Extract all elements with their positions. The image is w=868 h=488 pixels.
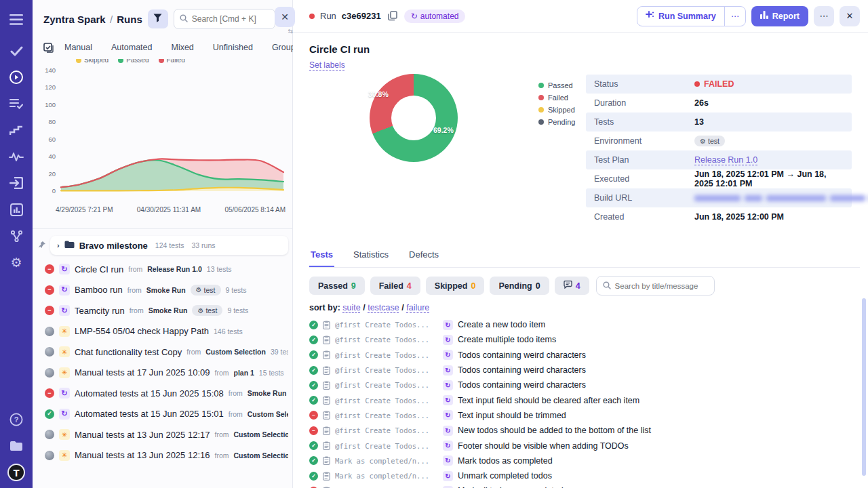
run-summary-button[interactable]: Run Summary bbox=[637, 7, 724, 26]
steps-icon[interactable] bbox=[0, 119, 33, 142]
set-labels-link[interactable]: Set labels bbox=[309, 60, 345, 70]
analytics-icon[interactable] bbox=[0, 198, 33, 221]
comment-icon bbox=[564, 281, 572, 291]
test-search-input[interactable] bbox=[615, 282, 710, 290]
test-row[interactable]: ✓ @first Create Todos... ↻ Create a new … bbox=[309, 317, 860, 332]
test-suite-name: Mark as completed/n... bbox=[335, 457, 438, 465]
test-suite-name: @first Create Todos... bbox=[335, 411, 438, 420]
run-row-lmp-554[interactable]: ✳ LMP-554 05/04 check Happy Path 146 tes… bbox=[38, 321, 288, 342]
build-url-redacted[interactable] bbox=[694, 195, 868, 201]
test-row[interactable]: ✓ @first Create Todos... ↻ Todos contain… bbox=[309, 348, 860, 363]
test-title: Footer should be visible when adding TOD… bbox=[458, 441, 629, 451]
failed-dot bbox=[538, 95, 544, 100]
test-row[interactable]: ✓ @first Create Todos... ↻ Todos contain… bbox=[309, 378, 860, 392]
tab-tests[interactable]: Tests bbox=[309, 245, 334, 267]
chevron-right-icon[interactable]: › bbox=[57, 241, 60, 249]
test-row[interactable]: ✓ @first Create Todos... ↻ Footer should… bbox=[309, 438, 860, 453]
sort-by-suite-link[interactable]: suite bbox=[342, 303, 360, 312]
select-all-icon[interactable] bbox=[43, 43, 54, 53]
sort-by-failure-link[interactable]: failure bbox=[406, 303, 429, 312]
tests-check-icon[interactable] bbox=[0, 39, 33, 62]
run-summary-split-button: Run Summary ⋯ bbox=[637, 6, 746, 26]
manual-icon: ✳ bbox=[59, 367, 70, 378]
run-row-manual-13-jun-1217[interactable]: ✳ Manual tests at 13 Jun 2025 12:17 from… bbox=[38, 424, 288, 445]
test-plans-icon[interactable] bbox=[0, 92, 33, 115]
test-row[interactable]: ✓ @first Create Todos... ↻ Create multip… bbox=[309, 332, 860, 347]
test-row[interactable]: ✓ @first Create Todos... ↻ Todos contain… bbox=[309, 363, 860, 378]
runs-search[interactable] bbox=[174, 9, 275, 29]
run-row-automated-15-01[interactable]: ✓ ↻ Automated tests at 15 Jun 2025 15:01… bbox=[38, 404, 288, 425]
tab-statistics[interactable]: Statistics bbox=[352, 245, 390, 267]
filter-pending-button[interactable]: Pending0 bbox=[490, 277, 549, 295]
import-icon[interactable] bbox=[0, 171, 33, 195]
test-row[interactable]: − @first Create Todos... ↻ Text input sh… bbox=[309, 408, 860, 423]
test-row[interactable]: − @first Create Todos... ↻ New todos sho… bbox=[309, 423, 860, 438]
filter-failed-button[interactable]: Failed4 bbox=[370, 277, 420, 295]
automated-icon: ↻ bbox=[59, 409, 70, 420]
report-button[interactable]: Report bbox=[751, 6, 808, 26]
filter-comments-button[interactable]: 4 bbox=[555, 277, 589, 295]
svg-text:20: 20 bbox=[48, 170, 56, 178]
runs-play-icon[interactable] bbox=[0, 66, 33, 89]
copy-run-id-button[interactable] bbox=[387, 9, 399, 22]
test-row[interactable]: ✓ @first Create Todos... ↻ Text input fi… bbox=[309, 392, 860, 407]
test-status-icon: ✓ bbox=[309, 396, 318, 405]
test-row[interactable]: ✓ Mark as completed/n... ↻ Mark todos as… bbox=[309, 453, 860, 468]
test-search[interactable] bbox=[596, 276, 715, 296]
neutral-status-icon bbox=[45, 327, 54, 336]
test-status-icon: ✓ bbox=[309, 336, 318, 344]
project-name[interactable]: Zyntra Spark bbox=[43, 14, 106, 25]
automated-icon: ↻ bbox=[443, 426, 453, 436]
filter-skipped-button[interactable]: Skipped0 bbox=[426, 277, 485, 295]
test-row[interactable]: − Mark as completed/n... ↻ Mark all todo… bbox=[309, 483, 860, 488]
filter-passed-button[interactable]: Passed9 bbox=[309, 277, 365, 295]
tab-unfinished[interactable]: Unfinished bbox=[203, 40, 262, 55]
pulse-activity-icon[interactable] bbox=[0, 145, 33, 168]
run-row-automated-15-08[interactable]: − ↻ Automated tests at 15 Jun 2025 15:08… bbox=[38, 383, 288, 404]
main-sidebar: ⚙ ? T bbox=[0, 0, 33, 488]
panel-close-button[interactable]: ✕ bbox=[275, 7, 295, 27]
pin-icon[interactable] bbox=[38, 239, 46, 251]
hamburger-menu-icon[interactable] bbox=[0, 8, 33, 31]
run-summary-more-button[interactable]: ⋯ bbox=[724, 7, 745, 26]
search-icon bbox=[603, 280, 611, 292]
settings-gear-icon[interactable]: ⚙ bbox=[0, 251, 33, 274]
panel-resize-icon[interactable]: ⇆ bbox=[288, 28, 292, 35]
svg-text:40: 40 bbox=[48, 152, 56, 160]
test-row[interactable]: ✓ Mark as completed/n... ↻ Unmark comple… bbox=[309, 468, 860, 483]
runs-search-input[interactable] bbox=[192, 14, 267, 24]
help-icon[interactable]: ? bbox=[0, 408, 33, 431]
test-suite-name: @first Create Todos... bbox=[335, 442, 438, 450]
more-actions-button[interactable]: ⋯ bbox=[814, 6, 834, 26]
run-row-teamcity[interactable]: − ↻ Teamcity run from Smoke Run ⚙test 9 … bbox=[38, 300, 288, 321]
sort-by-testcase-link[interactable]: testcase bbox=[368, 303, 399, 312]
test-title: Create a new todo item bbox=[458, 320, 545, 329]
tab-manual[interactable]: Manual bbox=[55, 40, 102, 55]
run-row-chat-functionality[interactable]: ✳ Chat functionality test Copy from Cust… bbox=[38, 342, 288, 363]
projects-folder-icon[interactable] bbox=[0, 434, 33, 458]
info-row-build-url: Build URL bbox=[586, 188, 852, 207]
run-row-bamboo[interactable]: − ↻ Bamboo run from Smoke Run ⚙test 9 te… bbox=[38, 280, 288, 301]
app-logo[interactable]: T bbox=[0, 461, 33, 484]
failed-pct-label: 30.8% bbox=[368, 90, 389, 98]
chart-x-axis-labels: 4/29/2025 7:21 PM 04/30/2025 11:31 AM 05… bbox=[38, 205, 288, 214]
automated-icon: ↻ bbox=[59, 305, 70, 316]
run-row-manual-17-jun[interactable]: ✳ Manual tests at 17 Jun 2025 10:09 from… bbox=[38, 363, 288, 384]
chart-legend: Skipped Passed Failed bbox=[76, 59, 288, 65]
branches-icon[interactable] bbox=[0, 224, 33, 247]
breadcrumb[interactable]: Zyntra Spark / Runs bbox=[43, 14, 142, 25]
scrollbar-thumb[interactable] bbox=[862, 298, 866, 476]
manual-icon: ✳ bbox=[59, 450, 70, 461]
test-plan-link[interactable]: Release Run 1.0 bbox=[694, 155, 757, 165]
run-row-circle-ci[interactable]: − ↻ Circle CI run from Release Run 1.0 1… bbox=[38, 259, 288, 280]
folder-bravo-milestone[interactable]: › Bravo milestone 124 tests 33 runs bbox=[50, 236, 288, 255]
filter-funnel-button[interactable] bbox=[148, 9, 168, 28]
automated-icon: ↻ bbox=[443, 350, 453, 360]
tab-mixed[interactable]: Mixed bbox=[161, 40, 203, 55]
close-detail-button[interactable]: ✕ bbox=[840, 6, 860, 26]
tab-defects[interactable]: Defects bbox=[408, 245, 440, 267]
clipboard-icon bbox=[323, 426, 330, 435]
run-row-manual-13-jun-1216[interactable]: ✳ Manual tests at 13 Jun 2025 12:16 from… bbox=[38, 445, 288, 466]
tab-automated[interactable]: Automated bbox=[102, 40, 161, 55]
test-suite-name: @first Create Todos... bbox=[335, 351, 438, 359]
